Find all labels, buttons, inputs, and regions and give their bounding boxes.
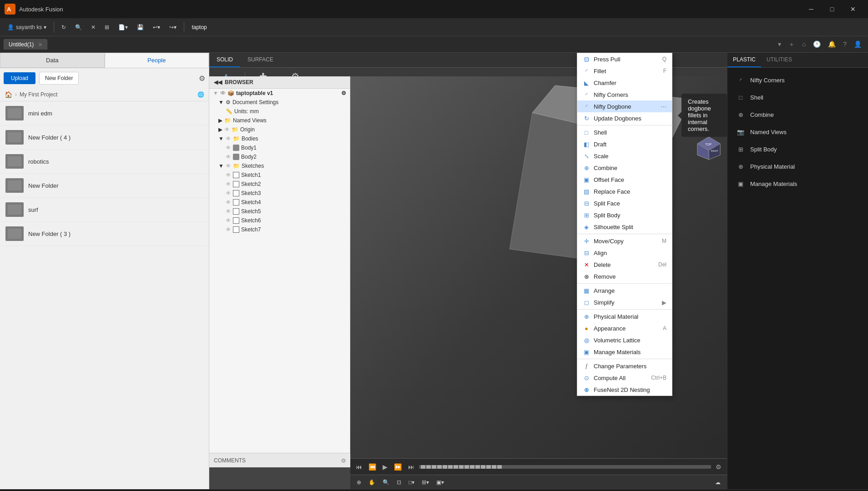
- browser-row-sketch7[interactable]: 👁 Sketch7: [209, 225, 350, 234]
- origin-visibility-icon[interactable]: 👁: [224, 126, 230, 133]
- menu-item-align[interactable]: ⊟ Align: [577, 247, 672, 259]
- browser-row-doc-settings[interactable]: ▼ ⚙ Document Settings: [209, 98, 350, 107]
- maximize-button[interactable]: □: [822, 0, 843, 18]
- timeline-marker-4[interactable]: [437, 465, 442, 469]
- menu-item-draft[interactable]: ◧ Draft: [577, 138, 672, 150]
- body1-visibility-icon[interactable]: 👁: [226, 145, 231, 151]
- menu-item-simplify[interactable]: ◻ Simplify ▶: [577, 296, 672, 308]
- tab-add-icon[interactable]: ＋: [786, 40, 797, 50]
- timeline-prev-button[interactable]: ⏪: [367, 462, 378, 471]
- cancel-button[interactable]: ✕: [87, 22, 99, 32]
- menu-item-split-face[interactable]: ⊟ Split Face: [577, 197, 672, 209]
- tab-people[interactable]: People: [105, 53, 209, 68]
- menu-item-split-body[interactable]: ⊞ Split Body: [577, 209, 672, 221]
- browser-row-sketches[interactable]: ▼ 👁 📁 Sketches: [209, 161, 350, 170]
- tab-account-icon[interactable]: 👤: [851, 40, 864, 50]
- timeline-marker-15[interactable]: [497, 465, 502, 469]
- menu-item-update-dogbones[interactable]: ↻ Update Dogbones: [577, 112, 672, 124]
- timeline-marker-7[interactable]: [454, 465, 458, 469]
- browser-row-body2[interactable]: 👁 Body2: [209, 152, 350, 161]
- sketch2-visibility-icon[interactable]: 👁: [226, 181, 231, 187]
- menu-item-scale[interactable]: ⤡ Scale: [577, 150, 672, 162]
- timeline-marker-3[interactable]: [432, 465, 436, 469]
- viewport-cube[interactable]: TOP RIGHT: [695, 135, 722, 162]
- sketch5-visibility-icon[interactable]: 👁: [226, 208, 231, 215]
- root-visibility-icon[interactable]: 👁: [220, 90, 226, 96]
- rp-item-nifty-corners[interactable]: ◜ Nifty Corners: [731, 71, 864, 89]
- menu-item-manage-materials[interactable]: ▣ Manage Materials: [577, 346, 672, 358]
- vp-pan-button[interactable]: ✋: [366, 478, 378, 486]
- timeline-start-button[interactable]: ⏮: [354, 462, 364, 471]
- breadcrumb-project[interactable]: My First Project: [20, 91, 57, 98]
- list-item[interactable]: mini edm: [0, 101, 209, 125]
- tab-notification-icon[interactable]: 🔔: [825, 40, 838, 50]
- rp-tab-plastic[interactable]: PLASTIC: [727, 53, 761, 67]
- user-menu[interactable]: 👤 sayanth ks ▾: [4, 22, 50, 32]
- undo-button[interactable]: ↩▾: [149, 22, 164, 32]
- list-item[interactable]: robotics: [0, 150, 209, 174]
- timeline-marker-14[interactable]: [492, 465, 496, 469]
- timeline-marker-5[interactable]: [443, 465, 447, 469]
- menu-item-fusenest[interactable]: ⊕ FuseNest 2D Nesting: [577, 384, 672, 396]
- save-button[interactable]: 💾: [133, 22, 147, 32]
- menu-item-chamfer[interactable]: ◣ Chamfer: [577, 77, 672, 89]
- timeline-marker-8[interactable]: [459, 465, 464, 469]
- rp-tab-utilities[interactable]: UTILITIES: [761, 53, 797, 67]
- rp-item-combine[interactable]: ⊕ Combine: [731, 106, 864, 123]
- rp-item-physical-material[interactable]: ⊕ Physical Material: [731, 158, 864, 175]
- browser-row-sketch4[interactable]: 👁 Sketch4: [209, 198, 350, 207]
- comments-expand-icon[interactable]: ⊙: [341, 457, 346, 464]
- timeline-marker-9[interactable]: [464, 465, 469, 469]
- sketch3-visibility-icon[interactable]: 👁: [226, 190, 231, 196]
- tab-history-icon[interactable]: 🕐: [810, 40, 823, 50]
- redo-button[interactable]: ↪▾: [166, 22, 180, 32]
- timeline-marker-6[interactable]: [448, 465, 453, 469]
- menu-item-change-parameters[interactable]: f Change Parameters: [577, 360, 672, 372]
- menu-item-replace-face[interactable]: ▧ Replace Face: [577, 185, 672, 197]
- sketch6-visibility-icon[interactable]: 👁: [226, 217, 231, 224]
- cad-tab-solid[interactable]: SOLID: [209, 53, 240, 67]
- new-folder-button[interactable]: New Folder: [39, 72, 79, 85]
- browser-row-sketch5[interactable]: 👁 Sketch5: [209, 207, 350, 216]
- list-item[interactable]: New Folder ( 4 ): [0, 125, 209, 150]
- vp-layout-button[interactable]: ▣▾: [434, 478, 447, 486]
- tab-home-icon[interactable]: ⌂: [799, 40, 808, 50]
- rp-item-split-body[interactable]: ⊞ Split Body: [731, 140, 864, 158]
- vp-display-button[interactable]: □▾: [406, 478, 417, 486]
- browser-row-origin[interactable]: ▶ 👁 📁 Origin: [209, 125, 350, 134]
- refresh-button[interactable]: ↻: [58, 22, 70, 32]
- menu-item-remove[interactable]: ⊗ Remove: [577, 271, 672, 282]
- timeline-marker-2[interactable]: [426, 465, 431, 469]
- global-settings-icon[interactable]: 🌐: [197, 91, 204, 98]
- menu-item-nifty-dogbone[interactable]: ◜ Nifty Dogbone ⋯: [577, 100, 672, 112]
- nifty-dogbone-more-icon[interactable]: ⋯: [661, 103, 666, 110]
- browser-row-sketch1[interactable]: 👁 Sketch1: [209, 170, 350, 180]
- timeline-marker-10[interactable]: [470, 465, 474, 469]
- timeline-end-button[interactable]: ⏭: [406, 462, 416, 471]
- body2-visibility-icon[interactable]: 👁: [226, 154, 231, 160]
- sketch1-visibility-icon[interactable]: 👁: [226, 172, 231, 178]
- sketch7-visibility-icon[interactable]: 👁: [226, 226, 231, 233]
- menu-item-compute-all[interactable]: ⊙ Compute All Ctrl+B: [577, 372, 672, 384]
- menu-item-appearance[interactable]: ● Appearance A: [577, 322, 672, 334]
- list-item[interactable]: surf: [0, 198, 209, 222]
- search-button[interactable]: 🔍: [71, 22, 86, 32]
- sketches-visibility-icon[interactable]: 👁: [226, 163, 231, 169]
- timeline-settings-icon[interactable]: ⚙: [714, 462, 723, 471]
- menu-item-delete[interactable]: ✕ Delete Del: [577, 259, 672, 271]
- browser-row-body1[interactable]: 👁 Body1: [209, 143, 350, 152]
- browser-row-bodies[interactable]: ▼ 👁 📁 Bodies: [209, 134, 350, 143]
- timeline-marker-12[interactable]: [481, 465, 485, 469]
- timeline-next-button[interactable]: ⏩: [392, 462, 404, 471]
- menu-item-physical-material[interactable]: ⊕ Physical Material: [577, 311, 672, 322]
- timeline-marker-1[interactable]: [421, 465, 425, 469]
- tab-help-icon[interactable]: ?: [840, 40, 849, 50]
- menu-item-silhouette-split[interactable]: ◈ Silhouette Split: [577, 221, 672, 233]
- tab-data[interactable]: Data: [0, 53, 105, 68]
- rp-item-manage-materials[interactable]: ▣ Manage Materials: [731, 175, 864, 192]
- menu-item-offset-face[interactable]: ▣ Offset Face: [577, 174, 672, 185]
- timeline-marker-13[interactable]: [486, 465, 491, 469]
- browser-row-sketch2[interactable]: 👁 Sketch2: [209, 180, 350, 189]
- grid-view-button[interactable]: ⊞: [101, 22, 113, 32]
- menu-item-shell[interactable]: □ Shell: [577, 126, 672, 138]
